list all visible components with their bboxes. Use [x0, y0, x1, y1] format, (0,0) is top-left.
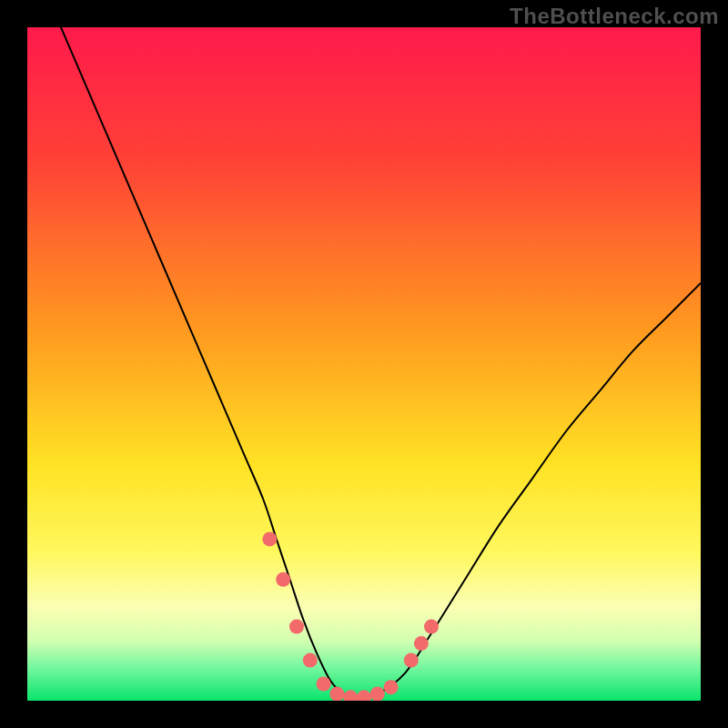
highlight-dot [414, 636, 429, 651]
highlight-dot [303, 653, 318, 668]
highlight-dot [276, 572, 290, 587]
watermark-text: TheBottleneck.com [510, 4, 719, 29]
highlight-dot [424, 620, 439, 634]
highlight-dot [289, 620, 304, 634]
highlight-dot [262, 531, 277, 546]
highlight-dot [370, 687, 385, 701]
highlight-dot [329, 687, 344, 701]
bottleneck-chart [27, 27, 701, 701]
highlight-dot [404, 653, 419, 668]
highlight-dot [317, 677, 331, 692]
chart-frame: TheBottleneck.com [0, 0, 728, 728]
highlight-dot [384, 680, 399, 694]
plot-background [27, 27, 701, 701]
